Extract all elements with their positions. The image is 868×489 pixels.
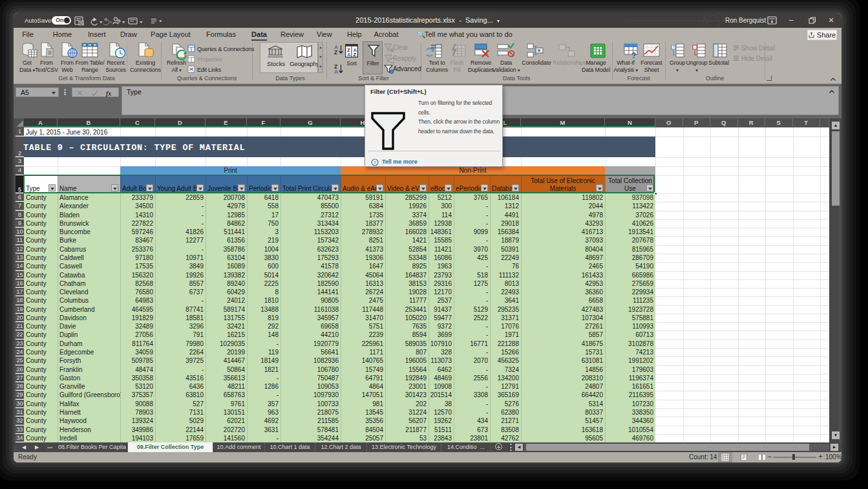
svg-text:?: ? [374,160,377,166]
svg-text:Z: Z [354,52,357,58]
svg-text:+: + [672,45,675,49]
svg-text:?: ? [631,51,636,60]
svg-text:A: A [347,52,351,58]
svg-text:A: A [334,69,338,74]
svg-text:fx: fx [106,90,111,97]
svg-text:Z: Z [334,49,337,55]
